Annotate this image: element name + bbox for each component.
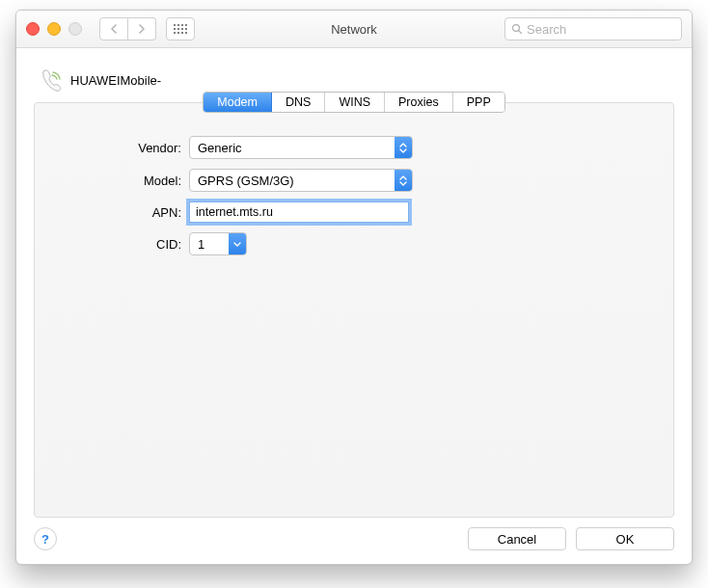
settings-panel: Modem DNS WINS Proxies PPP Vendor: Gener… — [34, 102, 674, 518]
search-placeholder: Search — [527, 22, 566, 37]
chevron-left-icon — [110, 24, 118, 34]
tab-dns[interactable]: DNS — [272, 93, 325, 112]
chevron-right-icon — [138, 24, 146, 34]
preferences-window: Network Search HUAWEIMobile- M — [15, 10, 693, 565]
search-icon — [511, 23, 523, 35]
model-label: Model: — [64, 174, 181, 188]
help-button[interactable]: ? — [34, 527, 57, 550]
model-select[interactable]: GPRS (GSM/3G) — [189, 169, 413, 192]
search-field[interactable]: Search — [504, 17, 682, 40]
modem-form: Vendor: Generic Model: GPRS (GSM/3 — [35, 130, 673, 255]
tab-ppp[interactable]: PPP — [453, 93, 504, 112]
vendor-label: Vendor: — [64, 141, 181, 155]
model-value: GPRS (GSM/3G) — [198, 174, 294, 188]
cid-value: 1 — [198, 237, 204, 252]
maximize-window-button[interactable] — [68, 22, 82, 36]
svg-line-1 — [519, 31, 522, 34]
close-window-button[interactable] — [26, 22, 40, 36]
back-button[interactable] — [99, 17, 128, 40]
cid-select[interactable]: 1 — [189, 232, 247, 255]
cid-label: CID: — [64, 237, 181, 252]
tab-bar: Modem DNS WINS Proxies PPP — [203, 92, 504, 113]
show-all-button[interactable] — [166, 17, 195, 40]
dropdown-icon — [229, 233, 246, 254]
vendor-select[interactable]: Generic — [189, 136, 413, 159]
forward-button[interactable] — [128, 17, 156, 40]
ok-button[interactable]: OK — [576, 527, 674, 550]
history-nav — [99, 17, 156, 40]
cancel-button[interactable]: Cancel — [468, 527, 566, 550]
updown-icon — [395, 137, 412, 158]
updown-icon — [395, 170, 412, 191]
phone-icon — [38, 67, 63, 93]
tab-proxies[interactable]: Proxies — [385, 93, 453, 112]
apn-label: APN: — [64, 205, 181, 220]
window-controls — [26, 22, 82, 36]
device-name: HUAWEIMobile- — [70, 73, 161, 88]
grid-icon — [174, 24, 187, 34]
apn-input[interactable] — [189, 201, 409, 223]
tab-wins[interactable]: WINS — [325, 93, 385, 112]
tab-modem[interactable]: Modem — [204, 93, 272, 112]
minimize-window-button[interactable] — [47, 22, 61, 36]
footer: ? Cancel OK — [34, 527, 674, 550]
titlebar: Network Search — [16, 11, 692, 48]
vendor-value: Generic — [198, 141, 242, 155]
help-icon: ? — [41, 532, 49, 547]
